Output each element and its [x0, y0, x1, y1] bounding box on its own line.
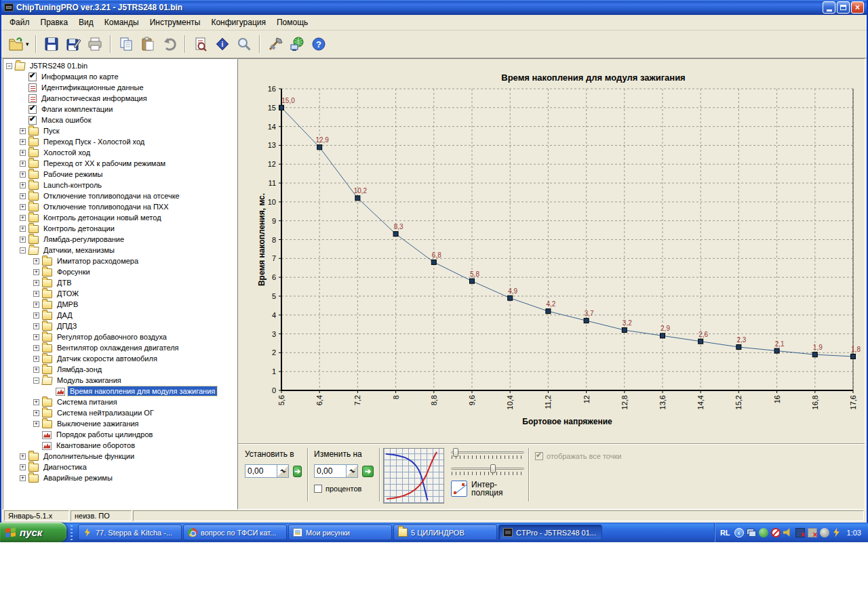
tree-item-label[interactable]: ДТВ [55, 278, 74, 287]
collapse-icon[interactable]: − [20, 247, 26, 253]
tree-item[interactable]: +Система нейтрализации ОГ [3, 407, 237, 418]
tree-item[interactable]: +Переход Пуск - Холостой ход [3, 136, 237, 147]
tree-item-label[interactable]: Диагностическая информация [39, 94, 149, 103]
expand-icon[interactable]: + [33, 258, 39, 264]
tree-item-label[interactable]: Флаги комплектации [39, 104, 115, 114]
apply-set-button[interactable]: ➔ [293, 466, 302, 477]
green-ball-icon[interactable] [759, 528, 768, 537]
taskbar-button[interactable]: 5 ЦИЛИНДРОВ [393, 525, 497, 540]
collapse-icon[interactable]: − [6, 63, 12, 69]
tree-item[interactable]: Информация по карте [3, 71, 237, 82]
zoom-search-button[interactable] [234, 34, 254, 54]
tree-item[interactable]: −Модуль зажигания [3, 375, 237, 386]
tree-item[interactable]: +Контроль детонации новый метод [3, 212, 237, 223]
tree-item[interactable]: +Контроль детонации [3, 223, 237, 234]
expand-icon[interactable]: + [20, 204, 26, 210]
change-by-spin-buttons[interactable] [346, 465, 357, 477]
expand-icon[interactable]: + [20, 161, 26, 167]
tree-item[interactable]: +Переход от XX к рабочим режимам [3, 158, 237, 169]
expand-icon[interactable]: + [33, 356, 39, 362]
tree-item[interactable]: +Рабочие режимы [3, 169, 237, 180]
expand-icon[interactable]: + [33, 399, 39, 405]
tree-item-label[interactable]: Отключение топливоподачи на отсечке [41, 191, 182, 201]
tree-item[interactable]: Порядок работы цилиндров [3, 429, 237, 440]
menu-инструменты[interactable]: Инструменты [144, 16, 206, 29]
expand-icon[interactable]: + [33, 280, 39, 286]
no-entry-icon[interactable] [771, 528, 781, 537]
network-icon[interactable] [747, 528, 756, 537]
help-button[interactable]: ? [309, 34, 329, 54]
taskbar-button[interactable]: 77. Steppa & Kitcha -... [78, 525, 182, 540]
tree-item[interactable]: +ДПДЗ [3, 321, 237, 331]
network-button[interactable] [287, 34, 307, 54]
tree-item-label[interactable]: Отключение топливоподачи на ПХХ [41, 202, 170, 211]
tree-item-label[interactable]: Датчики, механизмы [41, 245, 117, 255]
tree-item[interactable]: Диагностическая информация [3, 93, 237, 104]
close-button[interactable]: × [851, 1, 864, 14]
lightning-icon[interactable] [832, 528, 842, 537]
tree-item[interactable]: +ДАД [3, 310, 237, 321]
tree-item[interactable]: Время накопления для модуля зажигания [3, 386, 237, 396]
tree-item-label[interactable]: Лямбда-зонд [55, 365, 104, 374]
tree-item[interactable]: −Датчики, механизмы [3, 245, 237, 256]
expand-icon[interactable]: + [20, 475, 26, 481]
expand-icon[interactable]: + [33, 302, 39, 308]
expand-icon[interactable]: + [33, 269, 39, 275]
tree-item[interactable]: +Форсунки [3, 266, 237, 277]
tree-item[interactable]: +Система питания [3, 396, 237, 407]
tree-item[interactable]: +Холостой ход [3, 147, 237, 158]
tree-item-label[interactable]: Лямбда-регулирование [41, 235, 126, 244]
tree-item-label[interactable]: Контроль детонации [41, 224, 117, 233]
tree-item-label[interactable]: Переход Пуск - Холостой ход [41, 137, 146, 146]
tree-item-label[interactable]: Контроль детонации новый метод [41, 213, 163, 222]
expand-icon[interactable]: + [20, 150, 26, 156]
expand-icon[interactable]: + [20, 237, 26, 243]
expand-icon[interactable]: + [20, 464, 26, 470]
tree-item[interactable]: +Дополнительные функции [3, 451, 237, 462]
tree-item-label[interactable]: Маска ошибок [39, 115, 93, 125]
tree-item-label[interactable]: ДПДЗ [55, 321, 79, 331]
open-file-button[interactable] [5, 34, 26, 54]
lower-slider-thumb[interactable] [490, 464, 496, 473]
tree-item[interactable]: +Лямбда-регулирование [3, 234, 237, 245]
preview-document-button[interactable] [191, 34, 211, 54]
tree-item-label[interactable]: ДАД [55, 310, 75, 320]
tree-item-label[interactable]: Рабочие режимы [41, 169, 104, 179]
save-as-button[interactable] [63, 34, 83, 54]
restore-button[interactable] [837, 1, 850, 14]
tree-item-label[interactable]: Регулятор добавочного воздуха [55, 332, 169, 342]
paste-button[interactable] [138, 34, 158, 54]
expand-icon[interactable]: + [33, 291, 39, 297]
clock[interactable]: 1:03 [847, 529, 861, 537]
expand-icon[interactable]: + [20, 226, 26, 232]
expand-icon[interactable]: + [20, 215, 26, 221]
tree-item-label[interactable]: Дополнительные функции [41, 451, 136, 461]
tree-item[interactable]: +Датчик скорости автомобиля [3, 353, 237, 364]
expand-icon[interactable]: + [20, 182, 26, 188]
minimize-button[interactable] [823, 1, 835, 14]
tree-item-label[interactable]: Форсунки [55, 267, 92, 277]
tree-item-label[interactable]: Система питания [55, 397, 119, 407]
collapse-chevron-icon[interactable]: ‹ [734, 528, 744, 537]
menu-вид[interactable]: Вид [73, 16, 99, 29]
tree-item[interactable]: +Регулятор добавочного воздуха [3, 331, 237, 342]
tree-item[interactable]: Квантование оборотов [3, 440, 237, 451]
muted-speaker-icon[interactable] [808, 528, 817, 537]
copy-button[interactable] [116, 34, 136, 54]
expand-icon[interactable]: + [33, 345, 39, 351]
quick-launch-handle[interactable] [68, 525, 75, 540]
tree-item-label[interactable]: Информация по карте [39, 72, 121, 81]
taskbar-button[interactable]: CTPro - J5TRS248 01... [498, 525, 602, 540]
tree-item-label[interactable]: J5TRS248 01.bin [28, 61, 90, 70]
tree-item[interactable]: Идентификационные данные [3, 82, 237, 93]
interpolation-button[interactable]: Интер- поляция [451, 481, 524, 497]
tree-item-label[interactable]: Время накопления для модуля зажигания [68, 386, 217, 396]
tree-item[interactable]: +Пуск [3, 125, 237, 136]
expand-icon[interactable]: + [33, 312, 39, 319]
expand-icon[interactable]: + [20, 453, 26, 460]
tree-item-label[interactable]: Квантование оборотов [54, 441, 137, 450]
tree-item[interactable]: +Лямбда-зонд [3, 364, 237, 375]
show-all-points-checkbox[interactable] [535, 452, 543, 460]
menu-файл[interactable]: Файл [4, 16, 35, 29]
tree-item[interactable]: +Выключение зажигания [3, 418, 237, 429]
